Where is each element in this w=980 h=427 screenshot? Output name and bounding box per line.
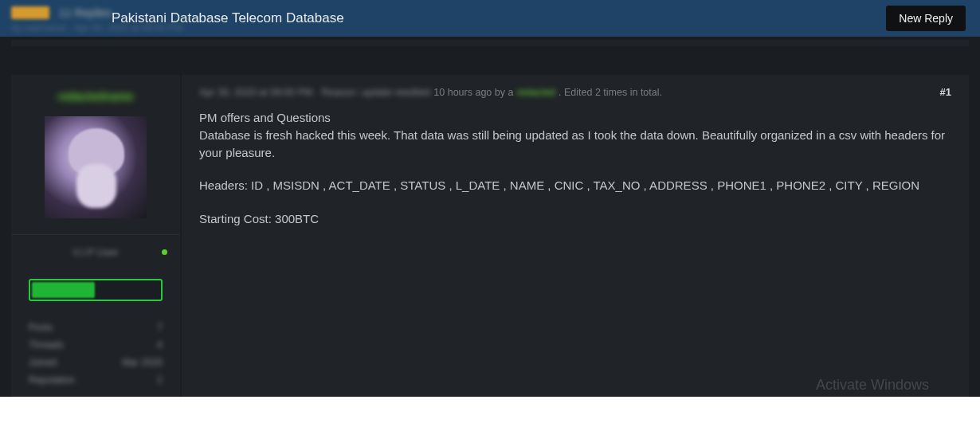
stat-value: 2 (157, 374, 163, 386)
stat-label: Threads (29, 339, 64, 351)
subline-text: by username · Apr 30, 2020 at 09:00 PM (11, 22, 182, 33)
stat-row: Reputation2 (29, 371, 163, 389)
windows-watermark: Activate Windows (816, 377, 929, 394)
progress-fill (32, 282, 95, 298)
post-line-4: Starting Cost: 300BTC (199, 210, 951, 228)
new-reply-button[interactable]: New Reply (886, 6, 966, 31)
meta-time: 10 hours ago by a (433, 87, 513, 98)
post-meta: Apr 30, 2020 at 09:00 PM · Reason: updat… (199, 86, 951, 98)
stat-row: Threads4 (29, 336, 163, 354)
user-sidebar: redactedname V.I.P User Posts7 Threads4 … (11, 75, 180, 402)
content-wrap: redactedname V.I.P User Posts7 Threads4 … (0, 75, 980, 402)
stat-row: JoinedMar 2020 (29, 354, 163, 371)
stat-label: Joined (29, 357, 57, 368)
post-body: PM offers and Questions Database is fres… (199, 109, 951, 228)
main-post: Apr 30, 2020 at 09:00 PM · Reason: updat… (182, 75, 969, 402)
stat-row: Posts7 (29, 319, 163, 336)
post-number[interactable]: #1 (940, 86, 951, 98)
user-stats: Posts7 Threads4 JoinedMar 2020 Reputatio… (11, 315, 180, 392)
progress-wrap (11, 269, 180, 315)
sub-meta-blur: by username · Apr 30, 2020 at 09:00 PM (11, 22, 182, 33)
post-line-1: PM offers and Questions (199, 111, 331, 124)
post-line-3: Headers: ID , MSISDN , ACT_DATE , STATUS… (199, 177, 951, 194)
avatar[interactable] (45, 116, 147, 218)
meta-date-blur: Apr 30, 2020 at 09:00 PM · (199, 87, 318, 98)
stat-value: 4 (157, 339, 163, 351)
online-status-dot (162, 249, 167, 255)
post-line-2: Database is fresh hacked this week. That… (199, 128, 945, 159)
post-meta-left: Apr 30, 2020 at 09:00 PM · Reason: updat… (199, 87, 662, 98)
stat-label: Posts (29, 322, 53, 333)
username-blur: redactedname (11, 89, 180, 104)
meta-reason-blur: Reason: update reedited (321, 87, 430, 98)
username-text: redactedname (58, 90, 134, 103)
status-badge-blur (11, 6, 49, 19)
rank-label: V.I.P User (73, 246, 119, 258)
thread-count-blur: 11 Replies (59, 6, 112, 19)
meta-user-blur: redacted (516, 87, 555, 98)
progress-bar (29, 279, 163, 301)
divider-bar (11, 40, 969, 46)
stat-value: Mar 2020 (122, 357, 163, 368)
stat-value: 7 (157, 322, 163, 333)
meta-edit: . Edited 2 times in total. (559, 87, 662, 98)
rank-row: V.I.P User (11, 234, 180, 269)
bottom-white-bar (0, 397, 980, 427)
stat-label: Reputation (29, 374, 75, 386)
